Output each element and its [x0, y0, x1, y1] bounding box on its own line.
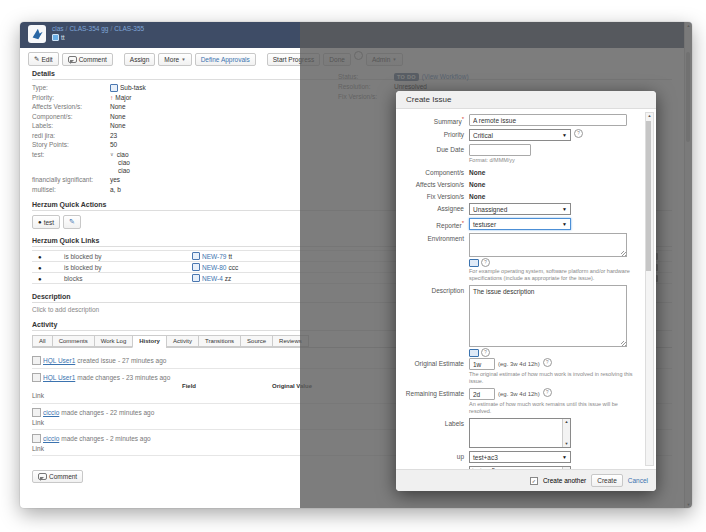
comment-footer-button[interactable]: Comment — [32, 470, 83, 483]
upm-multiselect[interactable]: test+ap5 testuser userHQL userTest utent… — [469, 466, 571, 469]
issue-type-icon — [192, 263, 200, 271]
tab-source[interactable]: Source — [240, 335, 272, 347]
history-time: - 23 minutes ago — [122, 374, 170, 381]
create-button[interactable]: Create — [591, 474, 623, 487]
create-issue-dialog: Create Issue Summary* Priority Critical▼… — [396, 91, 656, 491]
help-icon[interactable]: ? — [543, 388, 552, 397]
scroll-up-icon[interactable]: ▲ — [646, 113, 653, 119]
breadcrumb-issue-link[interactable]: CLAS-355 — [114, 25, 144, 32]
scroll-up-icon[interactable]: ▲ — [563, 467, 570, 469]
project-avatar[interactable] — [28, 25, 46, 43]
dialog-footer: ✓ Create another Create Cancel — [396, 469, 656, 491]
tab-activity[interactable]: Activity — [166, 335, 198, 347]
scroll-down-icon[interactable]: ▼ — [563, 441, 570, 447]
quick-action-edit-button[interactable]: ✎ — [63, 215, 81, 229]
original-estimate-label: Original Estimate — [400, 358, 464, 367]
chevron-collapse-icon[interactable]: ∨ — [110, 150, 114, 160]
jira-issue-page: clas/CLAS-354 gg/CLAS-355 tt ✎Edit Comme… — [20, 22, 692, 508]
issue-type-icon — [192, 252, 200, 260]
tab-transitions[interactable]: Transitions — [198, 335, 240, 347]
listbox-scrollbar[interactable]: ▲ ▼ — [562, 419, 570, 447]
cancel-link[interactable]: Cancel — [628, 477, 648, 484]
issue-summary-text: tt — [61, 34, 65, 41]
edit-label: Edit — [41, 56, 52, 63]
dialog-scrollbar[interactable]: ▲ — [645, 112, 654, 466]
user-link[interactable]: ciccio — [43, 435, 59, 442]
issue-summary: tt — [228, 253, 232, 260]
assignee-select[interactable]: Unassigned▼ — [469, 203, 571, 215]
create-another-checkbox[interactable]: ✓ — [530, 477, 538, 485]
priority-label: Priority — [400, 129, 464, 138]
help-icon[interactable]: ? — [481, 258, 490, 267]
field-value: yes — [110, 175, 120, 185]
assign-button[interactable]: Assign — [124, 53, 156, 66]
wiki-renderer-icon[interactable] — [469, 259, 479, 267]
remaining-estimate-input[interactable] — [469, 388, 495, 400]
labels-row: Labels ▲ ▼ — [400, 418, 640, 448]
priority-row: Priority Critical▼ ? — [400, 129, 640, 141]
up-select[interactable]: test+ac3▼ — [469, 451, 571, 463]
help-icon[interactable]: ? — [481, 348, 490, 357]
history-action: made changes — [77, 374, 120, 381]
tab-comments[interactable]: Comments — [52, 335, 94, 347]
caret-down-icon: ▼ — [562, 132, 567, 138]
environment-textarea[interactable] — [469, 233, 627, 257]
user-avatar-icon — [32, 434, 41, 443]
field-value: a, b — [110, 185, 121, 195]
comment-button[interactable]: Comment — [62, 53, 113, 66]
issue-summary: ccc — [228, 264, 238, 271]
priority-select[interactable]: Critical▼ — [469, 129, 571, 141]
estimate-example-text: (eg. 3w 4d 12h) — [498, 361, 540, 367]
more-menu-button[interactable]: More▼ — [158, 53, 191, 66]
history-time: - 27 minutes ago — [118, 357, 166, 364]
listbox-scrollbar[interactable]: ▲ ▼ — [562, 467, 570, 469]
summary-input[interactable] — [469, 114, 627, 126]
due-date-input[interactable] — [469, 144, 531, 156]
resize-grip-icon[interactable] — [621, 251, 626, 256]
components-value: None — [469, 167, 485, 176]
issue-link[interactable]: NEW-80 — [202, 264, 226, 271]
description-textarea[interactable]: The issue description — [469, 285, 627, 347]
labels-multiselect[interactable]: ▲ ▼ — [469, 418, 571, 448]
remaining-estimate-row: Remaining Estimate (eg. 3w 4d 12h) ? — [400, 388, 640, 400]
black-circle-icon: ● — [38, 254, 42, 260]
breadcrumb-separator: / — [66, 25, 68, 32]
upm-option[interactable]: test+ap5 — [470, 467, 570, 469]
help-icon[interactable]: ? — [574, 129, 583, 138]
quick-action-test-button[interactable]: ●test — [32, 215, 60, 229]
issue-link[interactable]: NEW-79 — [202, 253, 226, 260]
up-value: test+ac3 — [473, 454, 498, 461]
define-approvals-button[interactable]: Define Approvals — [195, 53, 256, 66]
history-field-header: Field — [182, 383, 196, 389]
due-date-format-help: Format: d/MMM/yy — [469, 157, 640, 164]
labels-label: Labels — [400, 418, 464, 427]
bird-logo-icon — [30, 27, 44, 41]
scrollbar-thumb[interactable] — [646, 121, 651, 271]
reporter-select[interactable]: testuser▼ — [469, 218, 571, 230]
scroll-up-icon[interactable]: ▲ — [563, 419, 570, 425]
wiki-renderer-icon[interactable] — [469, 349, 479, 357]
resize-grip-icon[interactable] — [621, 341, 626, 346]
edit-button[interactable]: ✎Edit — [28, 52, 59, 66]
comment-bubble-icon — [38, 473, 47, 480]
issue-summary: zz — [225, 275, 232, 282]
issue-link[interactable]: NEW-4 — [202, 275, 223, 282]
tab-all[interactable]: All — [32, 335, 52, 347]
field-value: None — [110, 102, 126, 112]
field-label: financially significant: — [32, 175, 110, 185]
breadcrumb-parent-link[interactable]: CLAS-354 gg — [69, 25, 108, 32]
remaining-estimate-help: An estimate of how much work remains unt… — [469, 401, 640, 415]
breadcrumb-project-link[interactable]: clas — [52, 25, 64, 32]
user-link[interactable]: HQL User1 — [43, 374, 75, 381]
user-link[interactable]: HQL User1 — [43, 357, 75, 364]
user-link[interactable]: ciccio — [43, 409, 59, 416]
assignee-row: Assignee Unassigned▼ — [400, 203, 640, 215]
tab-history[interactable]: History — [132, 335, 166, 348]
environment-row: Environment — [400, 233, 640, 257]
black-circle-icon: ● — [38, 276, 42, 282]
fix-versions-value: None — [469, 191, 485, 200]
field-label: Priority: — [32, 93, 110, 103]
help-icon[interactable]: ? — [543, 358, 552, 367]
tab-work-log[interactable]: Work Log — [94, 335, 133, 347]
original-estimate-input[interactable] — [469, 358, 495, 370]
